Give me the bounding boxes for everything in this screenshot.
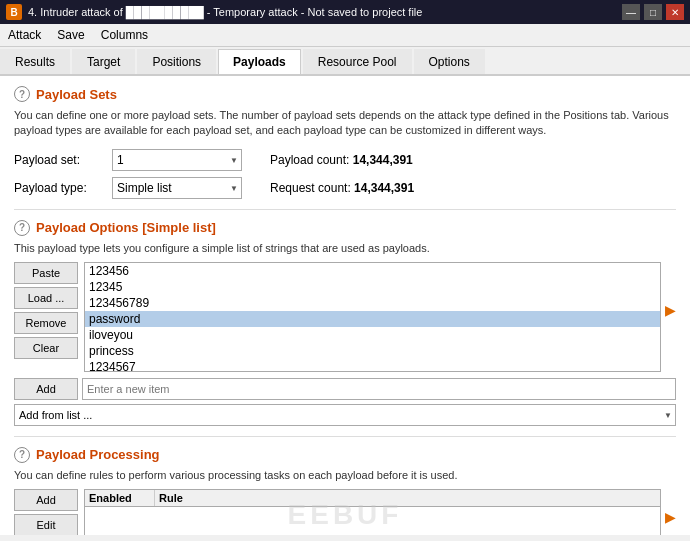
remove-button[interactable]: Remove xyxy=(14,312,78,334)
clear-button[interactable]: Clear xyxy=(14,337,78,359)
proc-edit-button[interactable]: Edit xyxy=(14,514,78,535)
payload-set-label: Payload set: xyxy=(14,153,104,167)
proc-scroll-arrow-icon: ▶ xyxy=(665,489,676,535)
tab-positions[interactable]: Positions xyxy=(137,49,216,74)
app-icon: B xyxy=(6,4,22,20)
tab-target[interactable]: Target xyxy=(72,49,135,74)
window-title: 4. Intruder attack of ██████████ - Tempo… xyxy=(28,6,622,18)
request-count-label: Request count: 14,344,391 xyxy=(270,181,414,195)
tab-options[interactable]: Options xyxy=(414,49,485,74)
list-item[interactable]: 123456 xyxy=(85,263,660,279)
proc-controls: Add Edit Remove Up Enabled Rule ▶ xyxy=(14,489,676,535)
window-controls: — □ ✕ xyxy=(622,4,684,20)
add-row: Add xyxy=(14,378,676,400)
add-item-input[interactable] xyxy=(82,378,676,400)
menu-attack[interactable]: Attack xyxy=(0,26,49,44)
payload-type-label: Payload type: xyxy=(14,181,104,195)
payload-type-select[interactable]: Simple list xyxy=(112,177,242,199)
payload-processing-help-icon[interactable]: ? xyxy=(14,447,30,463)
main-content: ? Payload Sets You can define one or mor… xyxy=(0,76,690,535)
payload-sets-help-icon[interactable]: ? xyxy=(14,86,30,102)
list-item[interactable]: 12345 xyxy=(85,279,660,295)
add-from-list-row: Add from list ... xyxy=(14,404,676,426)
menu-save[interactable]: Save xyxy=(49,26,92,44)
payload-processing-title: Payload Processing xyxy=(36,447,160,462)
list-item[interactable]: 123456789 xyxy=(85,295,660,311)
processing-table: Enabled Rule xyxy=(84,489,661,535)
add-item-button[interactable]: Add xyxy=(14,378,78,400)
scroll-arrow-icon: ▶ xyxy=(665,262,676,372)
title-bar: B 4. Intruder attack of ██████████ - Tem… xyxy=(0,0,690,24)
tab-resource-pool[interactable]: Resource Pool xyxy=(303,49,412,74)
paste-button[interactable]: Paste xyxy=(14,262,78,284)
col-enabled-header: Enabled xyxy=(85,490,155,506)
proc-buttons: Add Edit Remove Up xyxy=(14,489,78,535)
add-from-list-wrapper: Add from list ... xyxy=(14,404,676,426)
ctrl-buttons: Paste Load ... Remove Clear xyxy=(14,262,78,372)
payload-options-description: This payload type lets you configure a s… xyxy=(14,242,676,254)
tab-bar: Results Target Positions Payloads Resour… xyxy=(0,47,690,76)
col-rule-header: Rule xyxy=(155,490,660,506)
payload-list[interactable]: 12345612345123456789passwordiloveyouprin… xyxy=(84,262,661,372)
list-item[interactable]: 1234567 xyxy=(85,359,660,372)
add-from-list-select[interactable]: Add from list ... xyxy=(14,404,676,426)
proc-add-button[interactable]: Add xyxy=(14,489,78,511)
tab-results[interactable]: Results xyxy=(0,49,70,74)
divider-1 xyxy=(14,209,676,210)
payload-processing-description: You can define rules to perform various … xyxy=(14,469,676,481)
proc-table-header: Enabled Rule xyxy=(85,490,660,507)
divider-2 xyxy=(14,436,676,437)
payload-processing-section: ? Payload Processing You can define rule… xyxy=(14,447,676,535)
close-button[interactable]: ✕ xyxy=(666,4,684,20)
payload-options-title: Payload Options [Simple list] xyxy=(36,220,216,235)
payload-sets-header: ? Payload Sets xyxy=(14,86,676,102)
list-item[interactable]: password xyxy=(85,311,660,327)
payload-type-row: Payload type: Simple list Request count:… xyxy=(14,177,676,199)
list-item[interactable]: iloveyou xyxy=(85,327,660,343)
payload-processing-header: ? Payload Processing xyxy=(14,447,676,463)
tab-payloads[interactable]: Payloads xyxy=(218,49,301,74)
payload-options-section: ? Payload Options [Simple list] This pay… xyxy=(14,220,676,426)
payload-sets-description: You can define one or more payload sets.… xyxy=(14,108,676,139)
payload-options-header: ? Payload Options [Simple list] xyxy=(14,220,676,236)
payload-set-select-wrapper: 1 xyxy=(112,149,242,171)
list-controls: Paste Load ... Remove Clear 123456123451… xyxy=(14,262,676,372)
payload-options-help-icon[interactable]: ? xyxy=(14,220,30,236)
payload-sets-title: Payload Sets xyxy=(36,87,117,102)
menu-columns[interactable]: Columns xyxy=(93,26,156,44)
menu-bar: Attack Save Columns xyxy=(0,24,690,47)
payload-count-label: Payload count: 14,344,391 xyxy=(270,153,413,167)
load-button[interactable]: Load ... xyxy=(14,287,78,309)
minimize-button[interactable]: — xyxy=(622,4,640,20)
payload-set-row: Payload set: 1 Payload count: 14,344,391 xyxy=(14,149,676,171)
list-item[interactable]: princess xyxy=(85,343,660,359)
payload-type-select-wrapper: Simple list xyxy=(112,177,242,199)
payload-set-select[interactable]: 1 xyxy=(112,149,242,171)
maximize-button[interactable]: □ xyxy=(644,4,662,20)
